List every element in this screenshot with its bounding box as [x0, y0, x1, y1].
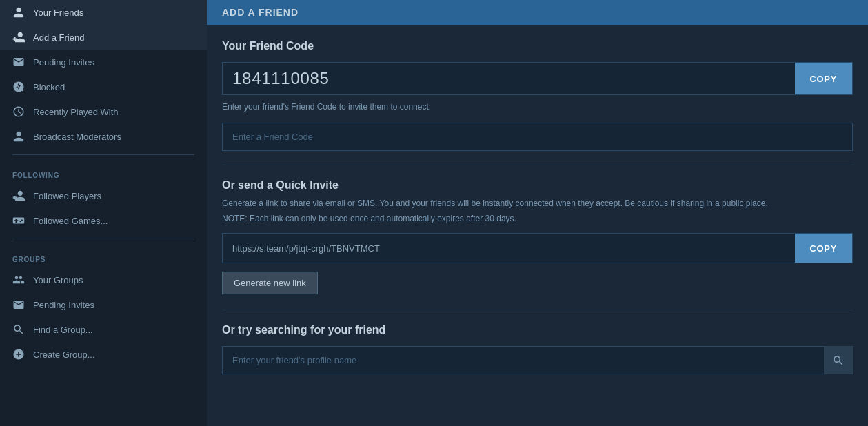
- friend-code-box: 1841110085 COPY: [222, 62, 853, 95]
- sidebar-item-followed-players[interactable]: Followed Players: [0, 183, 207, 208]
- invite-link-box: https://s.team/p/jtqt-crgh/TBNVTMCT COPY: [222, 233, 853, 263]
- friend-code-input[interactable]: [222, 123, 853, 151]
- sidebar-item-recently-played[interactable]: Recently Played With: [0, 99, 207, 124]
- sidebar-item-find-a-group[interactable]: Find a Group...: [0, 317, 207, 342]
- sidebar-divider-following: [12, 154, 194, 155]
- quick-invite-title: Or send a Quick Invite: [222, 179, 853, 192]
- sidebar-item-followed-games[interactable]: Followed Games...: [0, 208, 207, 233]
- quick-invite-section: Or send a Quick Invite Generate a link t…: [222, 165, 853, 294]
- block-icon: [12, 81, 25, 93]
- sidebar-label-your-friends: Your Friends: [33, 8, 83, 18]
- friend-code-value: 1841110085: [232, 69, 795, 88]
- sidebar-label-create-group: Create Group...: [33, 349, 95, 360]
- sidebar-label-your-groups: Your Groups: [33, 275, 83, 285]
- sidebar-item-pending-invites-group[interactable]: Pending Invites: [0, 292, 207, 317]
- friend-code-helper-text: Enter your friend's Friend Code to invit…: [222, 102, 853, 112]
- sidebar-label-pending-invites-group: Pending Invites: [33, 300, 94, 310]
- sidebar-item-add-a-friend[interactable]: Add a Friend: [0, 25, 207, 50]
- search-friend-button[interactable]: [824, 346, 853, 374]
- friend-code-section-title: Your Friend Code: [222, 40, 853, 52]
- clock-icon: [12, 105, 25, 118]
- controller-icon: [12, 214, 25, 227]
- search-section-title: Or try searching for your friend: [222, 324, 853, 336]
- mail-group-icon: [12, 298, 25, 311]
- main-content: ADD A FRIEND Your Friend Code 1841110085…: [207, 0, 868, 426]
- sidebar-item-broadcast-moderators[interactable]: Broadcast Moderators: [0, 124, 207, 149]
- sidebar-item-create-group[interactable]: Create Group...: [0, 342, 207, 367]
- copy-friend-code-button[interactable]: COPY: [795, 63, 852, 94]
- person-badge-icon: [12, 130, 25, 143]
- content-area: Your Friend Code 1841110085 COPY Enter y…: [207, 25, 868, 389]
- sidebar-label-blocked: Blocked: [33, 82, 65, 92]
- sidebar-item-blocked[interactable]: Blocked: [0, 74, 207, 99]
- mail-icon: [12, 56, 25, 68]
- plus-circle-icon: [12, 348, 25, 361]
- search-icon: [832, 354, 845, 367]
- sidebar-label-broadcast-moderators: Broadcast Moderators: [33, 132, 121, 142]
- quick-invite-note: NOTE: Each link can only be used once an…: [222, 214, 853, 223]
- person-icon: [12, 6, 25, 19]
- group-icon: [12, 274, 25, 286]
- invite-link-value: https://s.team/p/jtqt-crgh/TBNVTMCT: [232, 243, 795, 254]
- search-section: Or try searching for your friend: [222, 310, 853, 374]
- quick-invite-description: Generate a link to share via email or SM…: [222, 197, 853, 210]
- sidebar-label-followed-games: Followed Games...: [33, 216, 108, 226]
- sidebar-label-recently-played: Recently Played With: [33, 107, 119, 117]
- sidebar-item-pending-invites[interactable]: Pending Invites: [0, 50, 207, 74]
- sidebar-divider-groups: [12, 239, 194, 239]
- search-group-icon: [12, 323, 25, 336]
- search-title-text: Or try searching for your friend: [222, 324, 385, 336]
- search-box-wrapper: [222, 346, 853, 374]
- groups-section-label: GROUPS: [0, 245, 207, 267]
- person-follow-icon: [12, 190, 25, 202]
- sidebar-label-followed-players: Followed Players: [33, 191, 101, 201]
- page-header: ADD A FRIEND: [207, 0, 868, 25]
- sidebar-label-find-a-group: Find a Group...: [33, 325, 93, 335]
- copy-invite-link-button[interactable]: COPY: [795, 234, 852, 263]
- generate-new-link-button[interactable]: Generate new link: [222, 272, 318, 294]
- person-add-icon: [12, 31, 25, 43]
- sidebar: Your Friends Add a Friend Pending Invite…: [0, 0, 207, 426]
- sidebar-item-your-groups[interactable]: Your Groups: [0, 267, 207, 292]
- following-section-label: FOLLOWING: [0, 161, 207, 183]
- search-friend-input[interactable]: [222, 346, 853, 374]
- sidebar-item-your-friends[interactable]: Your Friends: [0, 0, 207, 25]
- sidebar-label-add-a-friend: Add a Friend: [33, 32, 84, 43]
- sidebar-label-pending-invites: Pending Invites: [33, 57, 94, 68]
